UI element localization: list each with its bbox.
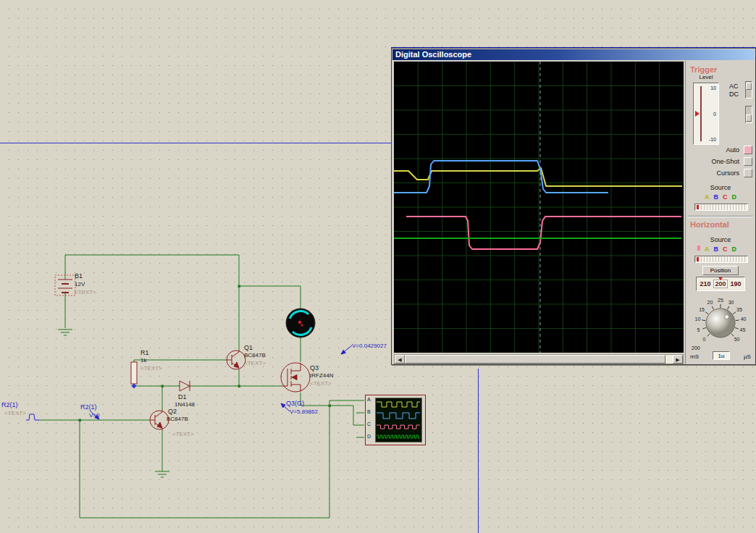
auto-label: Auto	[726, 146, 739, 154]
component-text: <TEXT>	[75, 290, 96, 295]
channel-letter-D: D	[732, 245, 737, 253]
cursors-label: Cursors	[716, 169, 739, 177]
level-tick: -10	[709, 137, 716, 142]
analyzer-pin-label: D	[367, 434, 371, 439]
channel-letter-B: B	[714, 245, 719, 253]
position-value: 190	[731, 280, 742, 288]
svg-text:20: 20	[707, 300, 713, 305]
component-text: <TEXT>	[244, 361, 266, 366]
scope-display	[394, 62, 684, 353]
position-label: Position	[702, 266, 739, 275]
svg-text:25: 25	[718, 298, 723, 303]
one-shot-button[interactable]	[744, 157, 752, 166]
position-pointer	[718, 277, 723, 280]
channel-letter-B: B	[714, 193, 719, 201]
channel-letter-A: A	[705, 193, 710, 201]
level-tick: 0	[713, 112, 716, 117]
ac-label: AC	[729, 83, 739, 90]
probe-label: Q3(G)	[286, 400, 304, 407]
component-value: IRFZ44N	[310, 373, 333, 379]
cursors-button[interactable]	[744, 169, 752, 177]
diode-symbol[interactable]	[180, 381, 190, 391]
resistor-symbol[interactable]	[131, 362, 137, 384]
component-ref: Q3	[310, 365, 319, 372]
position-value: 200	[713, 280, 727, 288]
logic-analyzer-component[interactable]	[365, 395, 426, 445]
component-value: 1N4148	[175, 402, 195, 408]
mosfet-q3-symbol[interactable]	[281, 363, 310, 392]
svg-text:0: 0	[702, 337, 705, 342]
horizontal-source-label: Source	[686, 237, 755, 243]
component-text: <TEXT>	[310, 381, 332, 387]
dc-label: DC	[729, 91, 739, 98]
probe-label: R2(1)	[80, 404, 97, 411]
level-ticks: 100-10	[709, 83, 716, 144]
trigger-edge-toggle[interactable]	[745, 106, 752, 123]
dial-unit-us: µS	[744, 353, 751, 360]
channel-letter-C: C	[723, 193, 728, 201]
level-label: Level	[693, 75, 719, 80]
dial-unit-ms: mS	[690, 353, 699, 360]
ground-symbol[interactable]	[58, 330, 169, 477]
svg-text:40: 40	[741, 316, 747, 322]
node-handle[interactable]	[132, 384, 137, 389]
scroll-left-button[interactable]: ◀	[395, 355, 405, 364]
svg-text:10: 10	[694, 316, 700, 322]
probe-value: V=5.89862	[290, 409, 318, 415]
analyzer-pin-label: A	[367, 397, 371, 402]
probe-value: V=0	[89, 413, 99, 419]
probe-value: V=0.0429027	[352, 343, 387, 349]
trigger-source-slider[interactable]	[694, 203, 748, 211]
svg-text:35: 35	[736, 307, 742, 312]
probe-text: <TEXT>	[4, 411, 26, 416]
divider	[688, 216, 753, 217]
analyzer-pin-label: B	[367, 409, 371, 414]
level-pointer[interactable]	[695, 111, 700, 117]
scope-control-panel: Trigger Level 100-10 AC DC Auto One-Shot…	[685, 61, 755, 364]
scroll-right-button[interactable]: ▶	[673, 355, 683, 364]
auto-button[interactable]	[744, 146, 752, 154]
toggle-thumb[interactable]	[746, 83, 752, 90]
schematic-editor: { "window": { "title": "Digital Oscillos…	[0, 0, 756, 533]
trigger-level-slider[interactable]: 100-10	[693, 83, 719, 145]
component-ref: Q1	[244, 345, 253, 351]
scrollbar-thumb[interactable]	[405, 355, 665, 364]
dial-range-label: 200	[692, 345, 700, 351]
svg-text:45: 45	[740, 327, 746, 332]
timebase-knob[interactable]: 05101520253035404550	[686, 291, 755, 352]
scope-horizontal-scrollbar[interactable]: ◀ ▶	[394, 354, 684, 364]
svg-text:50: 50	[734, 337, 740, 342]
one-shot-label: One-Shot	[711, 157, 739, 166]
motor-symbol[interactable]	[286, 309, 315, 337]
horizontal-source-slider[interactable]	[694, 256, 748, 263]
trigger-source-channels: ABCD	[686, 193, 755, 201]
horizontal-source-channels: ABCD	[686, 245, 755, 253]
ac-dc-toggle[interactable]	[745, 81, 752, 98]
svg-text:30: 30	[728, 300, 734, 305]
window-titlebar[interactable]: Digital Oscilloscope	[392, 49, 755, 60]
component-ref: R1	[140, 350, 149, 356]
pulse-generator-icon[interactable]	[26, 414, 39, 420]
component-value: BC847B	[167, 416, 188, 422]
svg-text:15: 15	[699, 307, 705, 312]
channel-letter-A: A	[705, 245, 710, 253]
component-ref: D1	[178, 394, 187, 400]
timebase-value: 1u	[713, 351, 730, 360]
svg-text:5: 5	[697, 327, 700, 332]
component-text: <TEXT>	[172, 432, 194, 437]
toggle-thumb[interactable]	[746, 114, 752, 122]
channel-letter-D: D	[732, 193, 737, 201]
slider-pointer[interactable]	[697, 205, 699, 209]
trigger-header: Trigger	[690, 65, 717, 74]
component-text: <TEXT>	[140, 366, 162, 372]
transistor-q1-symbol[interactable]	[227, 351, 245, 369]
slider-pointer[interactable]	[697, 257, 699, 261]
component-value: BC847B	[244, 353, 266, 358]
component-value: 12V	[75, 282, 85, 288]
logic-analyzer-screen	[375, 398, 422, 442]
component-ref: Q2	[168, 408, 177, 415]
probe-label: R2(1)	[1, 402, 18, 408]
oscilloscope-window: Digital Oscilloscope ◀ ▶ Trigger Level 1…	[391, 48, 756, 365]
component-ref: B1	[75, 273, 83, 280]
level-tick: 10	[710, 85, 716, 91]
